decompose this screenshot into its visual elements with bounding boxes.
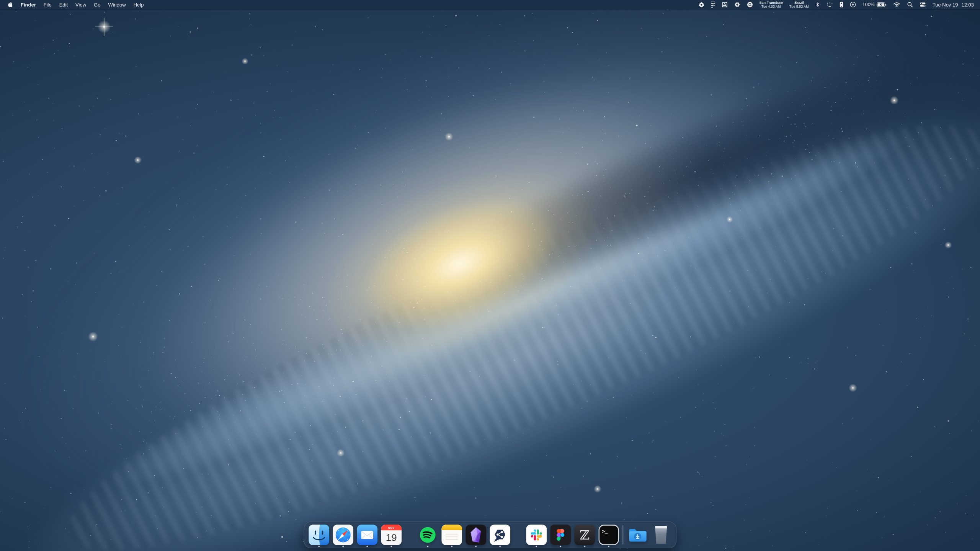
spotlight-search-icon[interactable] [907,2,913,8]
dock-item-mail[interactable] [357,522,377,548]
running-indicator [536,546,537,547]
running-indicator [584,546,585,547]
menu-file[interactable]: File [40,2,56,8]
running-indicator [342,546,344,547]
dock-item-spotify[interactable] [417,522,438,548]
desktop: Finder File Edit View Go Window Help [0,0,980,551]
dashed-selection-icon[interactable] [826,2,833,7]
zed-icon [574,525,595,545]
terminal-prompt: >_ [602,529,608,535]
calendar-icon: NOV 19 [381,525,402,545]
finder-icon [309,525,329,545]
running-indicator [318,546,320,547]
menu-view[interactable]: View [72,2,90,8]
obsidian-icon [466,525,486,545]
dock-item-notes[interactable] [441,522,462,548]
running-indicator [366,546,368,547]
trash-icon [654,526,668,544]
battery-status[interactable]: 100% [862,2,887,7]
clock-city: San Francisco [760,1,783,5]
menu-bar-time: 12:03 [961,2,974,8]
starfield [0,0,980,551]
clock-time: Tue 8:03 AM [789,5,809,8]
apple-icon [8,2,13,8]
dock-item-calendar[interactable]: NOV 19 [381,522,402,548]
safari-icon [333,525,353,545]
battery-charging-icon [877,2,887,7]
running-indicator [608,546,609,547]
menu-go[interactable]: Go [90,2,104,8]
menu-bar-left: Finder File Edit View Go Window Help [0,2,147,8]
dock-spacer [405,533,414,536]
running-indicator [560,546,561,547]
bluetooth-icon[interactable] [815,2,820,8]
mail-icon [357,525,377,545]
figma-icon [550,525,571,545]
menu-bar: Finder File Edit View Go Window Help [0,0,980,9]
dock-item-figma[interactable] [550,522,571,548]
running-indicator [499,546,501,547]
now-playing-icon[interactable] [850,2,856,8]
phone-icon[interactable] [840,2,843,8]
wifi-icon[interactable] [893,2,900,7]
world-clock-brazil[interactable]: Brazil Tue 8:03 AM [789,1,809,8]
flower-icon[interactable] [699,2,704,8]
dock: NOV 19 [304,522,676,548]
running-indicator [390,546,392,547]
g-letter: G [748,2,751,7]
control-center-icon[interactable] [920,2,926,8]
dock-item-slack[interactable] [526,522,547,548]
running-indicator [451,546,452,547]
slack-icon [526,525,547,545]
dock-divider [622,525,623,544]
menu-help[interactable]: Help [130,2,148,8]
menu-bar-date-time[interactable]: Tue Nov 19 12:03 [933,2,974,8]
app-menu-finder[interactable]: Finder [17,2,40,8]
menu-bar-date: Tue Nov 19 [933,2,958,8]
g-circle-icon[interactable]: G [747,2,753,8]
menu-edit[interactable]: Edit [56,2,72,8]
battery-percent: 100% [862,2,875,7]
spotify-icon [417,525,438,545]
dock-item-finder[interactable] [309,522,329,548]
hexagon-share-icon[interactable] [734,2,740,8]
world-clock-san-francisco[interactable]: San Francisco Tue 4:03 AM [760,1,783,8]
figma-icon[interactable] [711,2,715,8]
clock-time: Tue 4:03 AM [761,5,781,8]
dock-item-safari[interactable] [333,522,353,548]
calendar-month-label: NOV [388,526,395,529]
hexagon-share-icon [490,525,510,545]
dock-item-terminal[interactable]: >_ [598,522,619,548]
calendar-day-label: 19 [386,532,397,543]
triangle-app-icon[interactable] [722,2,728,8]
downloads-folder-icon [627,525,647,545]
terminal-icon: >_ [598,525,619,545]
dock-spacer [514,533,523,536]
menu-bar-status: G San Francisco Tue 4:03 AM Brazil Tue 8… [699,1,980,8]
clock-city: Brazil [794,1,804,5]
dock-item-zed[interactable] [574,522,595,548]
dock-item-hexagon-app[interactable] [490,522,510,548]
dock-item-obsidian[interactable] [466,522,486,548]
apple-menu[interactable] [8,2,17,8]
notes-icon [441,525,462,545]
running-indicator [475,546,477,547]
running-indicator [427,546,428,547]
menu-window[interactable]: Window [104,2,129,8]
dock-item-downloads[interactable] [627,522,647,548]
dock-item-trash[interactable] [651,522,671,548]
